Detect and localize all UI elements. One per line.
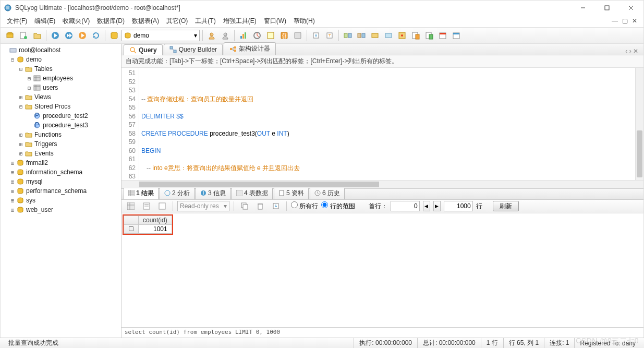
result-grid-area: count(id) ☐1001 — [121, 213, 643, 328]
code-editor[interactable]: 5152535455565758596061626364656667 -- 查询… — [121, 68, 643, 180]
new-query-button[interactable] — [17, 29, 30, 42]
tree-db-infoschema[interactable]: ⊞information_schema — [1, 167, 121, 177]
close-button[interactable] — [622, 2, 640, 14]
tree-root[interactable]: root@localhost — [1, 45, 121, 55]
sync-button[interactable] — [342, 29, 354, 42]
radio-all-rows[interactable]: 所有行 — [291, 201, 318, 211]
export-result-button[interactable] — [270, 200, 282, 212]
refresh-button[interactable] — [90, 29, 102, 42]
database-selector[interactable]: demo ▾ — [121, 30, 200, 41]
data-sync-button[interactable] — [369, 29, 381, 42]
minimize-button[interactable] — [574, 2, 592, 14]
radio-row-range[interactable]: 行的范围 — [321, 201, 355, 211]
execute-all-button[interactable] — [63, 29, 75, 42]
tree-proc-test3[interactable]: Pprocedure_test3 — [1, 121, 121, 130]
menu-window[interactable]: 窗口(W) — [261, 16, 289, 27]
grid-view-button[interactable] — [125, 200, 137, 212]
code-area[interactable]: -- 查询存储过程：查询员工的数量并返回 DELIMITER $$ CREATE… — [139, 68, 635, 180]
tree-folder-views[interactable]: ⊞Views — [1, 92, 121, 102]
menu-help[interactable]: 帮助(H) — [290, 16, 318, 27]
tree-table-users[interactable]: ⊞users — [1, 83, 121, 92]
tree-db-mysql[interactable]: ⊞mysql — [1, 177, 121, 186]
horizontal-scrollbar[interactable] — [121, 180, 643, 188]
tab-schema-designer[interactable]: 架构设计器 — [224, 42, 276, 55]
result-tab-5[interactable]: 5 资料 — [274, 187, 309, 199]
result-tab-1[interactable]: 1 结果 — [124, 187, 159, 199]
tree-db-perfschema[interactable]: ⊞performance_schema — [1, 186, 121, 196]
result-tab-6[interactable]: 6 历史 — [310, 187, 345, 199]
form-view-button[interactable] — [156, 200, 168, 212]
readonly-dropdown[interactable]: Read-only res▾ — [177, 201, 229, 211]
tab-query-builder[interactable]: Query Builder — [164, 44, 223, 55]
query-profiler-button[interactable] — [251, 29, 263, 42]
execute-button[interactable] — [49, 29, 62, 42]
prev-page-button[interactable]: ◀ — [423, 201, 430, 211]
refresh-result-button[interactable]: 刷新 — [493, 201, 519, 211]
tree-folder-functions[interactable]: ⊞Functions — [1, 130, 121, 139]
execute-selected-button[interactable] — [76, 29, 89, 42]
result-table[interactable]: count(id) ☐1001 — [124, 215, 172, 234]
tree-folder-tables[interactable]: ⊟Tables — [1, 64, 121, 74]
row-count-input[interactable] — [444, 201, 473, 211]
tab-query[interactable]: Query — [124, 44, 163, 55]
tree-table-employees[interactable]: ⊞employees — [1, 74, 121, 83]
schema-sync-button[interactable] — [355, 29, 368, 42]
text-view-button[interactable] — [140, 200, 153, 212]
result-tab-2[interactable]: 2 分析 — [160, 187, 195, 199]
copy-button[interactable] — [238, 200, 251, 212]
menu-database[interactable]: 数据库(D) — [94, 16, 128, 27]
column-header[interactable]: count(id) — [139, 215, 172, 224]
row-selector[interactable]: ☐ — [124, 224, 139, 233]
mdi-minimize-icon[interactable]: — — [612, 17, 618, 25]
delete-button[interactable] — [254, 200, 266, 212]
maximize-button[interactable] — [598, 2, 616, 14]
menu-powertools[interactable]: 增强工具(E) — [220, 16, 260, 27]
privileges-button[interactable] — [219, 29, 232, 42]
process-button[interactable] — [396, 29, 408, 42]
tree-folder-storedprocs[interactable]: ⊟Stored Procs — [1, 102, 121, 111]
menu-file[interactable]: 文件(F) — [4, 16, 30, 27]
first-row-input[interactable] — [391, 201, 420, 211]
mdi-close-icon[interactable]: ✕ — [632, 17, 637, 25]
notification-button[interactable] — [450, 29, 463, 42]
menu-other[interactable]: 其它(O) — [163, 16, 191, 27]
export-button[interactable] — [323, 29, 336, 42]
result-cell[interactable]: 1001 — [139, 224, 172, 233]
db-icon[interactable] — [108, 29, 120, 42]
query-format-button[interactable]: {} — [278, 29, 290, 42]
tree-db-sys[interactable]: ⊞sys — [1, 196, 121, 205]
wrap-button[interactable] — [291, 29, 304, 42]
menu-table[interactable]: 数据表(A) — [129, 16, 162, 27]
schedule-button[interactable] — [436, 29, 449, 42]
tree-folder-triggers[interactable]: ⊞Triggers — [1, 139, 121, 149]
close-tab-icon[interactable]: ‹ › ✕ — [622, 47, 641, 55]
folder-icon — [25, 149, 33, 158]
export-result-button[interactable] — [423, 29, 435, 42]
vertical-scrollbar[interactable] — [635, 68, 643, 180]
mdi-maximize-icon[interactable]: ▢ — [622, 17, 628, 25]
svg-line-61 — [134, 51, 136, 53]
menu-favorites[interactable]: 收藏夹(V) — [59, 16, 93, 27]
tree-db-webuser[interactable]: ⊞web_user — [1, 205, 121, 214]
menu-edit[interactable]: 编辑(E) — [31, 16, 58, 27]
tree-db-demo[interactable]: ⊟demo — [1, 55, 121, 64]
import-button[interactable] — [310, 29, 322, 42]
backup-button[interactable] — [382, 29, 395, 42]
external-tool-button[interactable] — [409, 29, 422, 42]
tree-proc-test2[interactable]: Pprocedure_test2 — [1, 111, 121, 121]
open-file-button[interactable] — [31, 29, 43, 42]
result-tab-4[interactable]: 4 表数据 — [232, 187, 273, 199]
new-connection-button[interactable] — [4, 29, 16, 42]
result-tab-3[interactable]: i3 信息 — [196, 187, 230, 199]
tree-folder-events[interactable]: ⊞Events — [1, 149, 121, 158]
next-page-button[interactable]: ▶ — [433, 201, 441, 211]
folder-icon — [25, 140, 33, 148]
tree-db-fmmall2[interactable]: ⊞fmmall2 — [1, 158, 121, 167]
user-manager-button[interactable] — [205, 29, 218, 42]
menu-tools[interactable]: 工具(T) — [192, 16, 218, 27]
visual-data-button[interactable] — [237, 29, 250, 42]
svg-rect-2 — [605, 6, 609, 10]
row-selector-header[interactable] — [124, 215, 139, 224]
index-button[interactable] — [264, 29, 277, 42]
analysis-icon — [164, 190, 171, 196]
